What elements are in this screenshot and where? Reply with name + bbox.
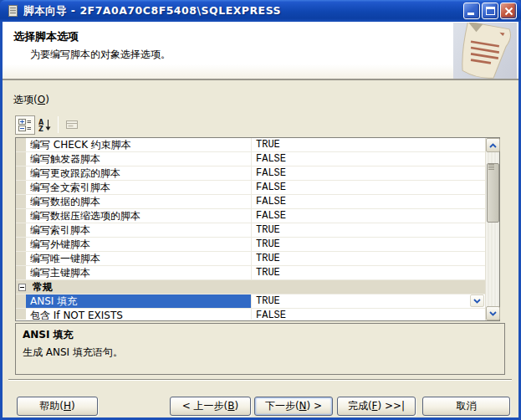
finish-button[interactable]: 完成(F) >>|	[337, 397, 416, 416]
chevron-down-icon	[473, 299, 481, 304]
property-row-selected[interactable]: ANSI 填充 TRUE	[16, 295, 485, 309]
script-options-grid: 编写 CHECK 约束脚本 TRUE 编写触发器脚本 FALSE 编写更改跟踪的…	[15, 137, 500, 321]
help-button[interactable]: 帮助(H)	[17, 397, 98, 416]
minimize-icon	[467, 13, 474, 15]
property-row[interactable]: 编写全文索引脚本 FALSE	[16, 181, 485, 195]
grid-rows: 编写 CHECK 约束脚本 TRUE 编写触发器脚本 FALSE 编写更改跟踪的…	[16, 138, 485, 320]
svg-text:Z: Z	[38, 125, 43, 132]
scrollbar-thumb[interactable]	[487, 163, 499, 223]
property-row[interactable]: 包含 If NOT EXISTS FALSE	[16, 309, 485, 320]
close-button[interactable]	[500, 3, 517, 19]
value-dropdown-button[interactable]	[470, 295, 484, 307]
categorized-icon	[18, 118, 32, 131]
cancel-button[interactable]: 取消	[422, 397, 510, 416]
app-icon	[6, 4, 19, 18]
maximize-button[interactable]	[482, 3, 498, 19]
sort-alphabetical-button[interactable]: A Z	[35, 115, 55, 135]
property-row[interactable]: 编写外键脚本 TRUE	[16, 238, 485, 252]
dialog-body: 选择脚本选项 为要编写脚本的对象选择选项。	[0, 22, 521, 420]
close-icon	[503, 6, 514, 17]
property-pages-icon	[65, 118, 79, 131]
property-pages-button	[62, 115, 82, 135]
property-row[interactable]: 编写更改跟踪的脚本 FALSE	[16, 166, 485, 181]
sort-az-icon: A Z	[38, 118, 52, 131]
vertical-scrollbar[interactable]	[485, 138, 499, 320]
next-button[interactable]: 下一步(N) >	[254, 397, 333, 416]
chevron-down-icon	[489, 311, 497, 316]
category-row[interactable]: 常规	[16, 280, 485, 295]
titlebar[interactable]: 脚本向导 - 2F7A0A70C8F5408\SQLEXPRESS	[0, 0, 521, 22]
property-row[interactable]: 编写数据的脚本 FALSE	[16, 195, 485, 209]
property-grid-toolbar: A Z	[15, 115, 82, 135]
scroll-down-button[interactable]	[486, 306, 500, 320]
maximize-icon	[486, 7, 495, 15]
description-text: 生成 ANSI 填充语句。	[23, 346, 498, 360]
property-row[interactable]: 编写索引脚本 TRUE	[16, 223, 485, 238]
paper-scroll-icon	[453, 23, 517, 79]
property-row[interactable]: 编写 CHECK 约束脚本 TRUE	[16, 138, 485, 152]
property-row[interactable]: 编写触发器脚本 FALSE	[16, 152, 485, 166]
scroll-up-button[interactable]	[486, 138, 500, 152]
property-row[interactable]: 编写数据压缩选项的脚本 FALSE	[16, 209, 485, 223]
chevron-up-icon	[489, 143, 497, 148]
property-row[interactable]: 编写主键脚本 TRUE	[16, 266, 485, 280]
window-title: 脚本向导 - 2F7A0A70C8F5408\SQLEXPRESS	[23, 4, 462, 18]
collapse-minus-icon[interactable]	[18, 284, 26, 291]
options-label: 选项(O)	[13, 93, 49, 107]
page-subtitle: 为要编写脚本的对象选择选项。	[30, 48, 171, 62]
page-title: 选择脚本选项	[13, 29, 79, 44]
description-title: ANSI 填充	[23, 328, 498, 342]
toolbar-separator	[58, 116, 59, 133]
script-wizard-window: 脚本向导 - 2F7A0A70C8F5408\SQLEXPRESS 选择脚本选项…	[0, 0, 521, 420]
scrollbar-grip-icon	[488, 164, 494, 170]
categorized-view-button[interactable]	[15, 115, 35, 135]
property-description-panel: ANSI 填充 生成 ANSI 填充语句。	[15, 323, 505, 375]
wizard-header: 选择脚本选项 为要编写脚本的对象选择选项。	[3, 22, 518, 80]
property-row[interactable]: 编写唯一键脚本 TRUE	[16, 252, 485, 266]
divider	[8, 379, 512, 381]
back-button[interactable]: < 上一步(B)	[170, 397, 251, 416]
minimize-button[interactable]	[463, 3, 480, 19]
